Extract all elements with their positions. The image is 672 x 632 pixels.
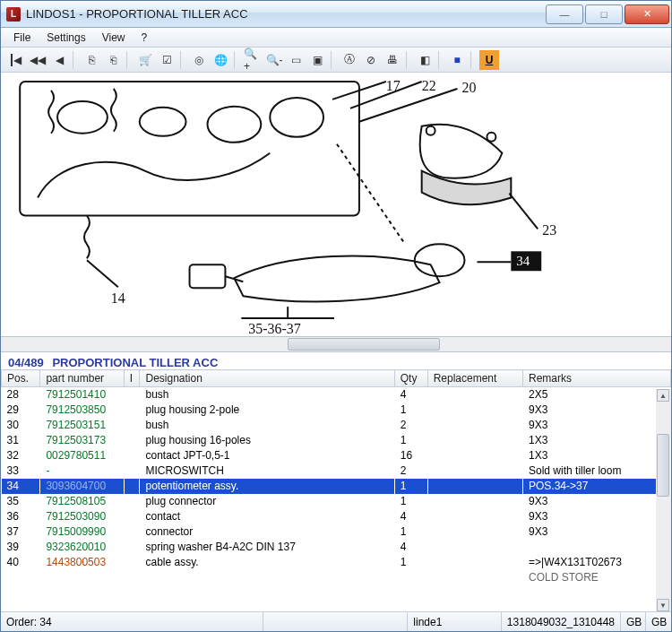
copy-icon[interactable]: ⎘ xyxy=(82,50,101,70)
cell xyxy=(124,418,140,433)
svg-point-9 xyxy=(426,126,435,135)
paste-icon[interactable]: ⎗ xyxy=(103,50,123,70)
part-number-cell: 9323620010 xyxy=(40,540,124,555)
cell xyxy=(427,494,522,509)
nav-icon[interactable]: ⊘ xyxy=(361,50,381,70)
check-icon[interactable]: ☑ xyxy=(157,50,177,70)
cell: plug connector xyxy=(140,494,394,509)
col-header[interactable]: part number xyxy=(40,370,124,387)
table-row[interactable]: 297912503850plug housing 2-pole19X3 xyxy=(2,403,671,418)
cell: cable assy. xyxy=(140,555,394,570)
zoom-out-icon[interactable]: 🔍- xyxy=(264,50,284,70)
scroll-down-icon[interactable]: ▼ xyxy=(657,599,669,611)
svg-line-8 xyxy=(337,144,404,243)
col-header[interactable]: I xyxy=(124,370,140,387)
cell: potentiometer assy. xyxy=(140,479,394,494)
cell xyxy=(427,387,522,403)
parts-vscrollbar[interactable]: ▲ ▼ xyxy=(656,389,671,611)
flag-icon[interactable]: ◧ xyxy=(415,50,435,70)
status-lang2: GB xyxy=(646,612,671,631)
svg-point-2 xyxy=(140,108,186,136)
cell: =>|W4X131T02673 xyxy=(523,555,671,570)
fit-icon[interactable]: ▣ xyxy=(307,50,327,70)
table-row[interactable]: 287912501410bush42X5 xyxy=(2,387,671,403)
callout-23: 23 xyxy=(542,222,556,238)
cell xyxy=(427,509,522,524)
cell xyxy=(124,540,140,555)
svg-rect-0 xyxy=(20,82,359,215)
cart-icon[interactable]: 🛒 xyxy=(135,50,155,70)
zoom-in-icon[interactable]: 🔍+ xyxy=(243,50,263,70)
prev-icon[interactable]: ◀ xyxy=(49,50,69,70)
cell xyxy=(523,540,671,555)
cell xyxy=(427,433,522,448)
scroll-up-icon[interactable]: ▲ xyxy=(657,389,669,402)
cell: Sold with tiller loom xyxy=(523,463,671,479)
cell: contact JPT-0,5-1 xyxy=(140,448,394,463)
status-order: Order: 34 xyxy=(1,612,263,631)
cell: 2 xyxy=(394,418,427,433)
vscroll-thumb[interactable] xyxy=(657,434,669,497)
svg-rect-13 xyxy=(190,264,226,288)
col-header[interactable]: Designation xyxy=(140,370,394,387)
cell: 4 xyxy=(394,509,427,524)
table-row[interactable]: 343093604700potentiometer assy.1POS.34->… xyxy=(2,479,671,494)
cell: 9X3 xyxy=(523,418,671,433)
menubar: FileSettingsView? xyxy=(1,28,671,48)
blue-tile-icon[interactable]: ■ xyxy=(447,50,467,70)
part-number-cell: 7912508105 xyxy=(40,494,124,509)
col-header[interactable]: Remarks xyxy=(523,370,671,387)
first-icon[interactable]: ◀ xyxy=(6,50,26,70)
cell: 1X3 xyxy=(523,433,671,448)
cell: bush xyxy=(140,418,394,433)
print-icon[interactable]: 🖶 xyxy=(383,50,402,70)
menu-settings[interactable]: Settings xyxy=(39,30,92,46)
close-button[interactable]: ✕ xyxy=(625,4,669,24)
hscroll-thumb[interactable] xyxy=(288,338,440,351)
part-number-cell: 7912503850 xyxy=(40,403,124,418)
col-header[interactable]: Replacement xyxy=(427,370,522,387)
find-icon[interactable]: Ⓐ xyxy=(340,50,359,70)
cell xyxy=(124,387,140,403)
cell xyxy=(124,403,140,418)
cell: 1 xyxy=(394,524,427,540)
table-row[interactable]: 367912503090contact49X3 xyxy=(2,509,671,524)
table-row[interactable]: 357912508105plug connector19X3 xyxy=(2,494,671,509)
cell: 9X3 xyxy=(523,403,671,418)
table-row[interactable]: 307912503151bush29X3 xyxy=(2,418,671,433)
svg-point-10 xyxy=(487,133,495,142)
table-row[interactable]: 401443800503cable assy.1=>|W4X131T02673 xyxy=(2,555,671,570)
cell: 37 xyxy=(2,524,40,540)
cell: 1 xyxy=(394,403,427,418)
maximize-button[interactable]: □ xyxy=(585,4,623,24)
table-row[interactable]: 320029780511contact JPT-0,5-1161X3 xyxy=(2,448,671,463)
titlebar[interactable]: L LINDOS1 - PROPORTIONAL TILLER ACC — □ … xyxy=(1,1,671,28)
globe-icon[interactable]: 🌐 xyxy=(211,50,230,70)
target-icon[interactable]: ◎ xyxy=(189,50,209,70)
drawing-pane[interactable]: 17 22 20 23 14 35-36-37 34 xyxy=(1,73,671,337)
cell xyxy=(124,448,140,463)
cell: 36 xyxy=(2,509,40,524)
cell xyxy=(427,418,522,433)
parts-table[interactable]: Pos.part numberIDesignationQtyReplacemen… xyxy=(1,369,671,585)
menu-file[interactable]: File xyxy=(6,30,38,46)
cell: 4 xyxy=(394,387,427,403)
table-row[interactable]: 33-MICROSWITCH2Sold with tiller loom xyxy=(2,463,671,479)
page-icon[interactable]: ▭ xyxy=(286,50,306,70)
u-mark-icon[interactable]: U xyxy=(479,50,499,70)
table-row[interactable]: 377915009990connector19X3 xyxy=(2,524,671,540)
table-row[interactable]: 399323620010spring washer B4-A2C DIN 137… xyxy=(2,540,671,555)
prev-fast-icon[interactable]: ◀◀ xyxy=(28,50,47,70)
menu-q[interactable]: ? xyxy=(134,30,155,46)
col-header[interactable]: Qty xyxy=(394,370,427,387)
table-row[interactable]: 317912503173plug housing 16-poles11X3 xyxy=(2,433,671,448)
col-header[interactable]: Pos. xyxy=(2,370,40,387)
minimize-button[interactable]: — xyxy=(546,4,583,24)
part-number-cell: 0029780511 xyxy=(40,448,124,463)
cell: 16 xyxy=(394,448,427,463)
table-row[interactable]: COLD STORE xyxy=(2,570,671,585)
toolbar: ◀◀◀◀⎘⎗🛒☑◎🌐🔍+🔍-▭▣Ⓐ⊘🖶◧■U xyxy=(1,48,671,73)
cell: 9X3 xyxy=(523,494,671,509)
drawing-hscrollbar[interactable] xyxy=(1,337,671,352)
menu-view[interactable]: View xyxy=(95,30,133,46)
